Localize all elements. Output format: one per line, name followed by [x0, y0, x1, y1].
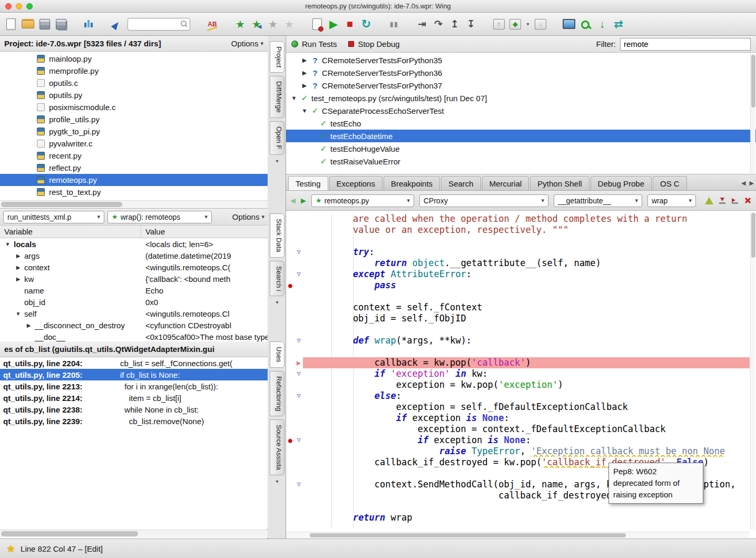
- scroll-down-icon[interactable]: ▾: [276, 158, 278, 164]
- breakpoint-gutter[interactable]: [286, 468, 294, 479]
- code-line[interactable]: exception = self._fDefaultExceptionCallb…: [286, 402, 750, 413]
- code-line[interactable]: [286, 236, 750, 247]
- restart-icon[interactable]: ↻: [360, 16, 372, 32]
- bookmark-set-icon[interactable]: ★: [234, 16, 246, 32]
- code-line[interactable]: raise TypeError, 'Exception callback mus…: [286, 446, 750, 457]
- open-project-icon[interactable]: [22, 16, 34, 32]
- run-icon[interactable]: ▶: [328, 16, 339, 32]
- breakpoint-gutter[interactable]: [286, 368, 294, 379]
- stack-variable-row[interactable]: obj_id0x0: [0, 296, 268, 308]
- use-result-row[interactable]: qt_utils.py, line 2239: cb_list.remove(N…: [0, 415, 268, 427]
- vertical-tab-project[interactable]: Project: [270, 41, 284, 73]
- expander-icon[interactable]: ▼: [4, 241, 11, 247]
- fold-gutter[interactable]: [294, 413, 303, 424]
- test-item-row[interactable]: ▶?CRemoteServerTestsForPython36: [286, 66, 756, 79]
- stack-variable-row[interactable]: ▼locals<locals dict; len=6>: [0, 238, 268, 250]
- fold-gutter[interactable]: [294, 291, 303, 302]
- expander-icon[interactable]: ▶: [25, 322, 32, 328]
- frame-menu-caret[interactable]: ▾: [526, 16, 530, 32]
- breakpoint-gutter[interactable]: [286, 313, 294, 324]
- code-line[interactable]: ▽ def wrap(*args, **kw):: [286, 335, 750, 346]
- vertical-tab-diff-merge[interactable]: Diff/Merge: [270, 76, 284, 118]
- code-line[interactable]: are called when the operation / method c…: [286, 213, 750, 224]
- project-file-row[interactable]: remoteops.py: [0, 174, 268, 186]
- use-result-row[interactable]: qt_utils.py, line 2204:cb_list = self._f…: [0, 357, 268, 369]
- tab-mercurial[interactable]: Mercurial: [482, 176, 529, 190]
- fold-gutter[interactable]: [294, 468, 303, 479]
- fold-gutter[interactable]: [294, 236, 303, 247]
- bookmark-clear-icon[interactable]: ★: [267, 16, 279, 32]
- fold-icon[interactable]: ▽: [294, 335, 303, 346]
- project-file-row[interactable]: posixmiscmodule.c: [0, 101, 268, 113]
- breakpoint-gutter[interactable]: [286, 357, 294, 368]
- tab-breakpoints[interactable]: Breakpoints: [384, 176, 440, 190]
- test-item-row[interactable]: ▼✓CSeparateProcessEchoServerTest: [286, 104, 756, 117]
- run-to-cursor-icon[interactable]: ↧: [465, 16, 477, 32]
- project-file-row[interactable]: oputils.c: [0, 77, 268, 89]
- fold-icon[interactable]: ▽: [294, 269, 303, 280]
- tab-scroll-right-icon[interactable]: ▶: [750, 180, 754, 187]
- step-out-icon[interactable]: ↥: [449, 16, 460, 32]
- search-code-icon[interactable]: [580, 19, 592, 30]
- vertical-tab-stack-data[interactable]: Stack Data: [270, 213, 284, 258]
- use-result-row[interactable]: qt_utils.py, line 2238: while None in cb…: [0, 404, 268, 415]
- fold-icon[interactable]: ▽: [294, 479, 303, 490]
- use-result-row[interactable]: qt_utils.py, line 2214: item = cb_list[i…: [0, 392, 268, 404]
- scroll-down-icon[interactable]: ▾: [276, 478, 278, 484]
- code-line[interactable]: exception = kw.pop('exception'): [286, 379, 750, 390]
- refresh-icon[interactable]: ⇄: [613, 16, 624, 32]
- stack-options-dropdown[interactable]: Options: [232, 212, 264, 221]
- test-item-row[interactable]: ✓testEchoHugeValue: [286, 142, 756, 155]
- goto-line-icon[interactable]: ↓: [596, 16, 608, 32]
- run-tests-button[interactable]: Run Tests: [291, 40, 337, 48]
- breakpoint-gutter[interactable]: [286, 424, 294, 435]
- tab-os-c[interactable]: OS C: [653, 176, 687, 190]
- breakpoint-gutter[interactable]: [286, 512, 294, 523]
- zoom-window-button[interactable]: [26, 3, 33, 9]
- close-editor-icon[interactable]: [744, 197, 752, 204]
- stack-scope-dropdown[interactable]: ★ wrap(): remoteops: [107, 211, 212, 223]
- fold-gutter[interactable]: [294, 424, 303, 435]
- scrollbar-thumb[interactable]: [751, 55, 755, 107]
- uses-horizontal-scrollbar[interactable]: [0, 530, 268, 537]
- vertical-tab-search-i[interactable]: Search i: [270, 261, 284, 297]
- code-line[interactable]: ● pass: [286, 280, 750, 291]
- show-position-icon[interactable]: [563, 16, 575, 32]
- tab-debug-probe[interactable]: Debug Probe: [591, 176, 652, 190]
- fold-gutter[interactable]: [294, 258, 303, 269]
- code-line[interactable]: ▽ if 'exception' in kw:: [286, 368, 750, 379]
- fold-icon[interactable]: ▽: [294, 368, 303, 379]
- step-into-icon[interactable]: ⇥: [416, 16, 428, 32]
- breakpoint-gutter[interactable]: [286, 335, 294, 346]
- project-file-row[interactable]: mainloop.py: [0, 53, 268, 65]
- fold-icon[interactable]: ▽: [294, 390, 303, 402]
- test-item-row[interactable]: ▶?CRemoteServerTestsForPython37: [286, 79, 756, 92]
- warnings-indicator-icon[interactable]: [705, 197, 713, 204]
- breakpoint-gutter[interactable]: [286, 379, 294, 390]
- breakpoint-gutter[interactable]: [286, 501, 294, 512]
- breakpoint-gutter[interactable]: [286, 324, 294, 335]
- project-horizontal-scrollbar[interactable]: [0, 200, 268, 208]
- tab-python-shell[interactable]: Python Shell: [530, 176, 589, 190]
- test-item-row[interactable]: ✓testEchoDatetime: [286, 130, 756, 142]
- fold-icon[interactable]: ▽: [294, 247, 303, 258]
- breakpoint-gutter[interactable]: [286, 413, 294, 424]
- new-file-icon[interactable]: [5, 16, 17, 32]
- code-line[interactable]: ▶ callback = kw.pop('callback'): [286, 357, 750, 368]
- expander-icon[interactable]: ▶: [15, 276, 22, 282]
- variable-column-header[interactable]: Variable: [0, 226, 141, 238]
- code-line[interactable]: context = self._fContext: [286, 302, 750, 313]
- save-all-icon[interactable]: [55, 16, 67, 32]
- pause-icon[interactable]: ▮▮: [388, 16, 400, 32]
- tree-expander-icon[interactable]: ▼: [290, 95, 298, 101]
- step-over-icon[interactable]: ↷: [433, 16, 444, 32]
- goto-first-use-icon[interactable]: [719, 197, 726, 204]
- code-line[interactable]: exception = context._fDefaultExceptionCa…: [286, 424, 750, 435]
- stack-variable-row[interactable]: ▶__disconnect_on_destroy<cyfunction CDes…: [0, 319, 268, 331]
- fold-gutter[interactable]: [294, 512, 303, 523]
- breakpoint-gutter[interactable]: [286, 346, 294, 357]
- breakpoint-icon[interactable]: ●: [286, 280, 294, 291]
- scrollbar-thumb[interactable]: [1, 202, 122, 207]
- frame-current-icon[interactable]: ◆: [509, 19, 521, 30]
- close-window-button[interactable]: [5, 3, 12, 9]
